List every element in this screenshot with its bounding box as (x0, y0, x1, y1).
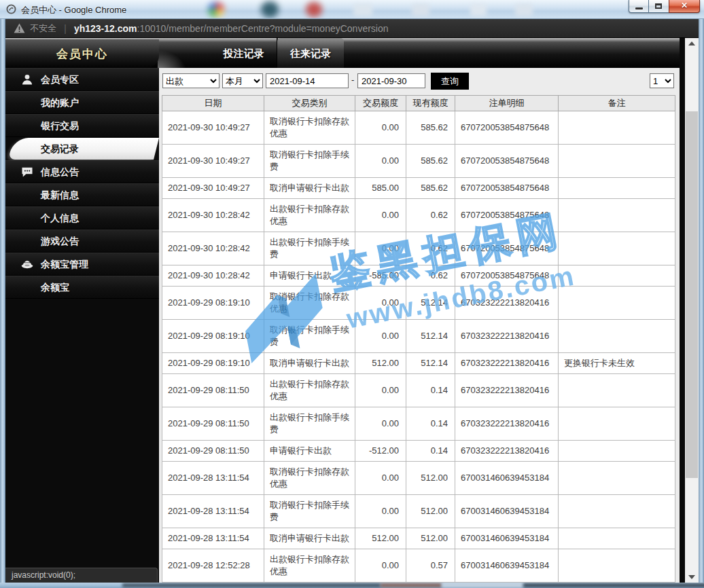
security-label: 不安全 (30, 22, 56, 35)
cell-date: 2021-09-29 08:19:10 (162, 353, 264, 374)
minimize-button[interactable] (629, 0, 649, 13)
cell-balance: 585.62 (406, 111, 455, 145)
cell-amount: 0.00 (355, 374, 406, 407)
window-titlebar[interactable]: 会员中心 - Google Chrome ✕ (0, 0, 704, 19)
tab-bet-records[interactable]: 投注记录 (211, 38, 277, 68)
date-range-separator: - (351, 75, 354, 85)
cell-remark (559, 374, 675, 407)
table-body: 2021-09-30 10:49:27取消银行卡扣除存款优惠0.00585.62… (162, 111, 675, 583)
cell-amount: 0.00 (355, 320, 406, 353)
url-path: :10010/member/memberCentre?module=moneyC… (137, 23, 389, 34)
cell-date: 2021-09-30 10:28:42 (162, 265, 264, 287)
cell-category: 出款银行卡扣除存款优惠 (264, 549, 355, 583)
cell-amount: 0.00 (355, 287, 406, 320)
cell-order-id: 670031460639453184 (455, 462, 559, 495)
arrow-up-icon (688, 41, 695, 45)
maximize-button[interactable] (649, 0, 669, 13)
column-header: 交易额度 (355, 96, 406, 111)
table-row: 2021-09-30 10:49:27取消银行卡扣除存款优惠0.00585.62… (162, 111, 675, 145)
table-row: 2021-09-29 08:19:10取消银行卡扣除手续费0.00512.146… (162, 320, 675, 353)
sidebar-item-latest-news[interactable]: 最新信息 (5, 183, 159, 206)
scrollbar-thumb[interactable] (686, 111, 698, 478)
sidebar-item-personal-messages[interactable]: 个人信息 (5, 206, 159, 229)
sidebar-section-announcements[interactable]: 信息公告 (5, 160, 159, 183)
sidebar-item-my-account[interactable]: 我的账户 (5, 91, 159, 114)
cell-date: 2021-09-30 10:49:27 (162, 178, 264, 199)
filter-toolbar: 出款 本月 - 查询 1 (159, 68, 680, 95)
cell-order-id: 670323222213820416 (455, 287, 559, 320)
cell-balance: 512.14 (406, 320, 455, 353)
sidebar-section-yuebao-management[interactable]: 余额宝管理 (5, 253, 159, 276)
cell-category: 取消银行卡扣除手续费 (264, 145, 355, 178)
table-row: 2021-09-29 08:19:10取消银行卡扣除存款优惠0.00512.14… (162, 287, 675, 320)
transactions-table: 日期交易类别交易额度现有额度注单明细备注 2021-09-30 10:49:27… (162, 95, 675, 583)
scroll-down-button[interactable] (685, 571, 699, 583)
url-text: yh123-12.com:10010/member/memberCentre?m… (74, 23, 389, 34)
cell-balance: 512.14 (406, 287, 455, 320)
cell-date: 2021-09-29 08:11:50 (162, 441, 264, 462)
window-controls: ✕ (629, 0, 700, 13)
border-blur-streak (122, 583, 381, 587)
cell-date: 2021-09-29 08:11:50 (162, 407, 264, 441)
cell-balance: 585.62 (406, 145, 455, 178)
cell-category: 出款银行卡扣除手续费 (264, 232, 355, 265)
cell-remark (559, 441, 675, 462)
cell-date: 2021-09-30 10:28:42 (162, 199, 264, 232)
table-row: 2021-09-28 12:52:28出款银行卡扣除存款优惠0.000.5767… (162, 549, 675, 583)
cell-remark (559, 287, 675, 320)
desktop-blur-blob (515, 3, 533, 16)
cell-balance: 512.00 (406, 528, 455, 549)
scroll-up-button[interactable] (685, 38, 699, 50)
cell-remark (559, 407, 675, 441)
cell-remark (559, 495, 675, 528)
column-header: 交易类别 (264, 96, 355, 111)
cell-date: 2021-09-30 10:49:27 (162, 145, 264, 178)
sidebar-item-label: 余额宝 (41, 276, 69, 299)
window-title: 会员中心 - Google Chrome (21, 4, 126, 16)
url-domain: yh123-12.com (74, 23, 137, 34)
cell-remark (559, 462, 675, 495)
table-row: 2021-09-30 10:28:42出款银行卡扣除存款优惠0.000.6267… (162, 199, 675, 232)
date-to-input[interactable] (357, 73, 425, 88)
cell-date: 2021-09-28 12:52:28 (162, 549, 264, 583)
site-favicon-icon (6, 4, 16, 14)
cell-amount: 512.00 (355, 528, 406, 549)
tab-transaction-records[interactable]: 往来记录 (277, 38, 344, 68)
cell-category: 取消申请银行卡出款 (264, 178, 355, 199)
sidebar-item-yuebao[interactable]: 余额宝 (5, 276, 159, 299)
address-bar[interactable]: 不安全 | yh123-12.com:10010/member/memberCe… (5, 19, 699, 38)
security-chip[interactable]: 不安全 (14, 22, 56, 35)
page-select[interactable]: 1 (650, 73, 674, 88)
minimize-icon (635, 7, 643, 10)
cell-category: 申请银行卡出款 (264, 441, 355, 462)
cell-order-id: 670323222213820416 (455, 320, 559, 353)
sidebar-section-member-zone[interactable]: 会员专区 (5, 68, 159, 91)
sidebar-item-label: 信息公告 (41, 160, 79, 183)
sidebar-item-transaction-records[interactable]: 交易记录 (5, 137, 159, 160)
border-blur-streak (442, 583, 523, 587)
table-row: 2021-09-30 10:28:42申请银行卡出款-585.000.62670… (162, 265, 675, 287)
cell-remark (559, 199, 675, 232)
vertical-scrollbar[interactable] (685, 38, 699, 583)
tab-bar: 投注记录往来记录 (211, 38, 344, 68)
window-border-right (699, 19, 704, 588)
cell-amount: 0.00 (355, 199, 406, 232)
close-button[interactable]: ✕ (669, 0, 700, 13)
search-button[interactable]: 查询 (431, 73, 469, 90)
cell-order-id: 670323222213820416 (455, 407, 559, 441)
transaction-type-select[interactable]: 出款 (162, 73, 219, 88)
sidebar-header: 会员中心 (5, 39, 159, 68)
table-row: 2021-09-30 10:49:27取消银行卡扣除手续费0.00585.626… (162, 145, 675, 178)
cell-amount: 0.00 (355, 111, 406, 145)
date-from-input[interactable] (266, 73, 349, 88)
sidebar-item-game-notices[interactable]: 游戏公告 (5, 229, 159, 253)
warning-triangle-icon (14, 23, 25, 33)
cell-amount: 0.00 (355, 462, 406, 495)
cell-category: 取消银行卡扣除存款优惠 (264, 287, 355, 320)
cell-balance: 0.62 (406, 232, 455, 265)
cell-category: 取消申请银行卡出款 (264, 353, 355, 374)
cell-category: 取消银行卡扣除存款优惠 (264, 462, 355, 495)
period-select[interactable]: 本月 (222, 73, 263, 88)
cell-amount: 0.00 (355, 407, 406, 441)
sidebar-item-bank-transactions[interactable]: 银行交易 (5, 114, 159, 137)
